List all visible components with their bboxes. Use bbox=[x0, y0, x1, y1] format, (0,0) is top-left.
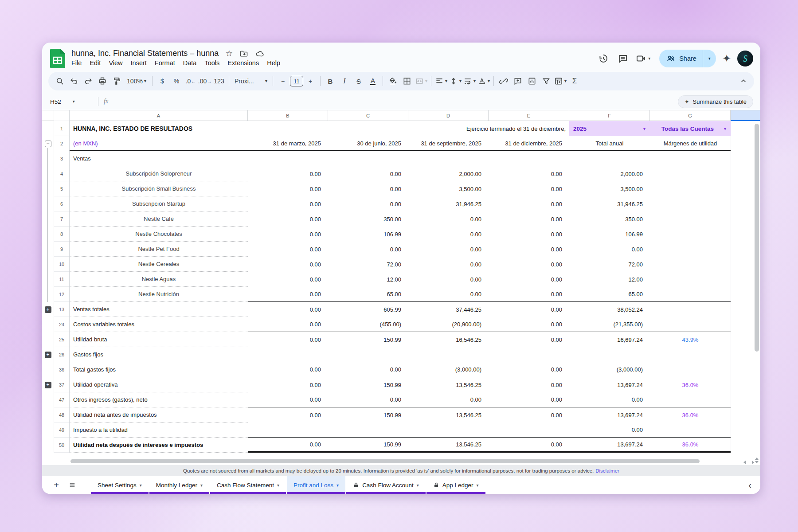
row-label-cell[interactable]: Subscripción Startup bbox=[70, 196, 248, 211]
decrease-font-size-button[interactable]: − bbox=[276, 74, 290, 88]
tab-app-ledger[interactable]: App Ledger▾ bbox=[426, 476, 485, 494]
create-filter-button[interactable] bbox=[539, 74, 553, 88]
margin-pct-cell[interactable] bbox=[650, 181, 731, 196]
column-header-d[interactable]: D bbox=[408, 110, 489, 121]
margin-pct-cell[interactable] bbox=[650, 242, 731, 257]
value-cell-d11[interactable]: 0.00 bbox=[408, 272, 489, 287]
column-header-h-partial-selected[interactable] bbox=[731, 110, 760, 121]
margin-pct-cell[interactable]: 36.0% bbox=[650, 438, 731, 453]
value-cell-e3[interactable] bbox=[489, 151, 569, 166]
row-number[interactable]: 13 bbox=[54, 302, 70, 317]
value-cell-e5[interactable]: 0.00 bbox=[489, 181, 569, 196]
row-label-cell[interactable]: Impuesto a la utilidad bbox=[70, 422, 248, 438]
group-control[interactable]: − bbox=[42, 136, 54, 151]
scroll-up-arrow[interactable] bbox=[755, 458, 759, 460]
value-cell-f10[interactable]: 72.00 bbox=[569, 257, 650, 272]
value-cell-c3[interactable] bbox=[328, 151, 408, 166]
value-cell-f12[interactable]: 65.00 bbox=[569, 287, 650, 302]
value-cell-f47[interactable]: 0.00 bbox=[569, 392, 650, 407]
value-cell-c9[interactable]: 0.00 bbox=[328, 242, 408, 257]
add-sheet-button[interactable]: + bbox=[48, 476, 64, 494]
menu-format[interactable]: Format bbox=[151, 59, 179, 67]
value-cell-d48[interactable]: 13,546.25 bbox=[408, 407, 489, 422]
row-label-cell[interactable]: Subscripción Solopreneur bbox=[70, 166, 248, 181]
margin-pct-cell[interactable] bbox=[650, 347, 731, 362]
company-title-cell[interactable]: HUNNA, INC. ESTADO DE RESULTADOS bbox=[70, 121, 248, 136]
value-cell-b4[interactable]: 0.00 bbox=[248, 166, 328, 181]
decrease-decimals-button[interactable]: .0← bbox=[184, 74, 198, 88]
value-cell-e4[interactable]: 0.00 bbox=[489, 166, 569, 181]
value-cell-b10[interactable]: 0.00 bbox=[248, 257, 328, 272]
menu-file[interactable]: File bbox=[68, 59, 85, 67]
row-gutter[interactable]: + bbox=[42, 302, 54, 317]
row-number[interactable]: 26 bbox=[54, 347, 70, 362]
row-number[interactable]: 37 bbox=[54, 377, 70, 392]
margin-pct-cell[interactable] bbox=[650, 227, 731, 242]
column-header-f[interactable]: F bbox=[569, 110, 650, 121]
margin-pct-cell[interactable] bbox=[650, 317, 731, 332]
margin-pct-cell[interactable] bbox=[650, 272, 731, 287]
value-cell-f11[interactable]: 12.00 bbox=[569, 272, 650, 287]
scroll-left-arrow[interactable] bbox=[743, 461, 746, 464]
value-cell-c11[interactable]: 12.00 bbox=[328, 272, 408, 287]
row-label-cell[interactable]: Nestle Aguas bbox=[70, 272, 248, 287]
accounts-dropdown[interactable]: Todas las Cuentas▾ bbox=[650, 121, 731, 136]
menu-extensions[interactable]: Extensions bbox=[224, 59, 262, 67]
row-number[interactable]: 10 bbox=[54, 257, 70, 272]
menu-insert[interactable]: Insert bbox=[127, 59, 150, 67]
value-cell-b6[interactable]: 0.00 bbox=[248, 196, 328, 211]
value-cell-b25[interactable]: 0.00 bbox=[248, 332, 328, 347]
expand-group-button[interactable]: + bbox=[45, 306, 51, 313]
value-cell-c12[interactable]: 65.00 bbox=[328, 287, 408, 302]
value-cell-c24[interactable]: (455.00) bbox=[328, 317, 408, 332]
tab-cash-flow-account[interactable]: Cash Flow Account▾ bbox=[346, 476, 426, 494]
value-cell-d4[interactable]: 2,000.00 bbox=[408, 166, 489, 181]
margin-pct-cell[interactable]: 36.0% bbox=[650, 407, 731, 422]
share-button[interactable]: Share bbox=[659, 50, 703, 67]
value-cell-c37[interactable]: 150.99 bbox=[328, 377, 408, 392]
value-cell-c13[interactable]: 605.99 bbox=[328, 302, 408, 317]
value-cell-f13[interactable]: 38,052.24 bbox=[569, 302, 650, 317]
value-cell-f49[interactable]: 0.00 bbox=[569, 422, 650, 438]
menu-tools[interactable]: Tools bbox=[201, 59, 223, 67]
margin-pct-cell[interactable]: 36.0% bbox=[650, 377, 731, 392]
merge-cells-button[interactable]: ▾ bbox=[414, 74, 428, 88]
value-cell-d8[interactable]: 0.00 bbox=[408, 227, 489, 242]
value-cell-e7[interactable]: 0.00 bbox=[489, 211, 569, 227]
value-cell-d10[interactable]: 0.00 bbox=[408, 257, 489, 272]
row-label-cell[interactable]: Nestle Cafe bbox=[70, 211, 248, 227]
value-cell-e26[interactable] bbox=[489, 347, 569, 362]
row-label-cell[interactable]: Otros ingresos (gastos), neto bbox=[70, 392, 248, 407]
version-history-icon[interactable] bbox=[597, 52, 610, 65]
value-cell-b9[interactable]: 0.00 bbox=[248, 242, 328, 257]
row-number[interactable]: 12 bbox=[54, 287, 70, 302]
menu-view[interactable]: View bbox=[105, 59, 126, 67]
row-label-cell[interactable]: Utilidad operativa bbox=[70, 377, 248, 392]
value-cell-f37[interactable]: 13,697.24 bbox=[569, 377, 650, 392]
row-label-cell[interactable]: Total gastos fijos bbox=[70, 362, 248, 377]
value-cell-d47[interactable]: 0.00 bbox=[408, 392, 489, 407]
value-cell-d12[interactable]: 0.00 bbox=[408, 287, 489, 302]
scroll-down-arrow[interactable] bbox=[755, 461, 759, 463]
value-cell-f6[interactable]: 31,946.25 bbox=[569, 196, 650, 211]
horizontal-scroll-thumb[interactable] bbox=[70, 459, 700, 463]
margin-pct-cell[interactable] bbox=[650, 166, 731, 181]
borders-button[interactable] bbox=[400, 74, 414, 88]
row-number[interactable]: 3 bbox=[54, 151, 70, 166]
value-cell-e25[interactable]: 0.00 bbox=[489, 332, 569, 347]
value-cell-b37[interactable]: 0.00 bbox=[248, 377, 328, 392]
value-cell-c26[interactable] bbox=[328, 347, 408, 362]
value-cell-d5[interactable]: 3,500.00 bbox=[408, 181, 489, 196]
row-label-cell[interactable]: Utilidad neta después de intereses e imp… bbox=[70, 438, 248, 453]
value-cell-f26[interactable] bbox=[569, 347, 650, 362]
value-cell-f8[interactable]: 106.99 bbox=[569, 227, 650, 242]
vertical-align-button[interactable]: ▾ bbox=[448, 74, 462, 88]
value-cell-c5[interactable]: 0.00 bbox=[328, 181, 408, 196]
text-wrap-button[interactable]: ▾ bbox=[462, 74, 477, 88]
value-cell-e11[interactable]: 0.00 bbox=[489, 272, 569, 287]
expand-group-button[interactable]: + bbox=[45, 352, 51, 358]
row-number[interactable]: 1 bbox=[54, 121, 70, 136]
value-cell-e48[interactable]: 0.00 bbox=[489, 407, 569, 422]
row-label-cell[interactable]: Nestle Pet Food bbox=[70, 242, 248, 257]
row-number[interactable]: 6 bbox=[54, 196, 70, 211]
